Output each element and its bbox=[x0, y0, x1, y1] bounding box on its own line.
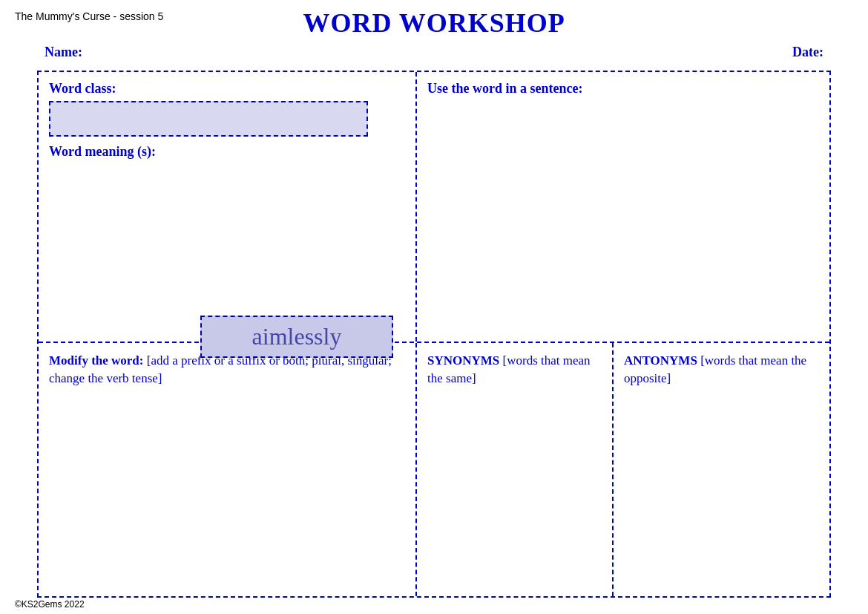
synonyms-panel: SYNONYMS [words that mean the same] bbox=[417, 343, 614, 596]
bottom-left-panel: Modify the word: [add a prefix or a suff… bbox=[39, 343, 417, 596]
antonyms-bold: ANTONYMS bbox=[624, 353, 697, 368]
use-sentence-label: Use the word in a sentence: bbox=[427, 81, 819, 97]
name-date-row: Name: Date: bbox=[15, 40, 853, 65]
footer: ©KS2Gems 2022 bbox=[15, 599, 85, 610]
date-label: Date: bbox=[792, 45, 823, 60]
bottom-section: Modify the word: [add a prefix or a suff… bbox=[39, 343, 829, 596]
header-row: The Mummy's Curse - session 5 WORD WORKS… bbox=[15, 7, 853, 39]
antonyms-label: ANTONYMS [words that mean the opposite] bbox=[624, 352, 819, 388]
synonyms-label: SYNONYMS [words that mean the same] bbox=[427, 352, 602, 388]
word-class-label: Word class: bbox=[49, 81, 405, 97]
word-meaning-label: Word meaning (s): bbox=[49, 144, 405, 160]
antonyms-panel: ANTONYMS [words that mean the opposite] bbox=[614, 343, 829, 596]
main-grid: Word class: Word meaning (s): aimlessly … bbox=[37, 71, 831, 598]
top-section: Word class: Word meaning (s): aimlessly … bbox=[39, 72, 829, 343]
left-panel: Word class: Word meaning (s): aimlessly bbox=[39, 72, 417, 342]
modify-word-bold: Modify the word: bbox=[49, 353, 143, 368]
word-class-box[interactable] bbox=[49, 101, 368, 137]
right-panel: Use the word in a sentence: bbox=[417, 72, 829, 342]
name-label: Name: bbox=[45, 45, 82, 60]
synonyms-bold: SYNONYMS bbox=[427, 353, 499, 368]
page: The Mummy's Curse - session 5 WORD WORKS… bbox=[0, 0, 868, 614]
main-title: WORD WORKSHOP bbox=[163, 7, 705, 39]
word-badge: aimlessly bbox=[200, 316, 393, 358]
subtitle: The Mummy's Curse - session 5 bbox=[15, 7, 163, 22]
